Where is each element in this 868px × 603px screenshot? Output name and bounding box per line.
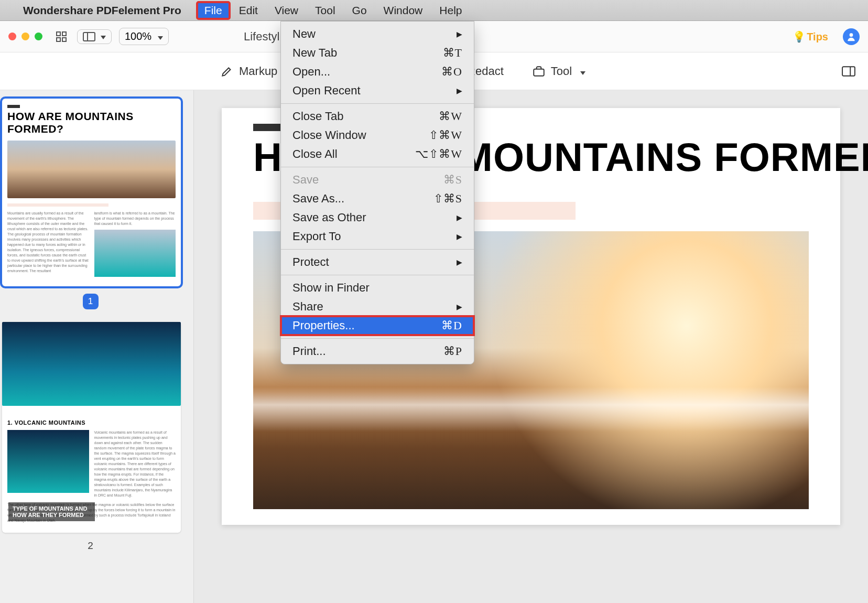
thumbnail-page-2[interactable]: TYPE OF MOUNTAINS AND HOW ARE THEY FORME… <box>2 322 181 533</box>
menu-item-show-in-finder[interactable]: Show in Finder <box>281 278 474 297</box>
menu-item-export-to[interactable]: Export To <box>281 227 474 246</box>
tool-markup[interactable]: Markup <box>220 64 277 78</box>
toolbox-icon <box>532 64 546 78</box>
thumb-image <box>2 322 181 406</box>
menu-item-share[interactable]: Share <box>281 297 474 316</box>
thumbnail-page-1[interactable]: HOW ARE MOUNTAINS FORMED? Mountains are … <box>2 99 181 286</box>
svg-rect-0 <box>57 32 60 36</box>
menu-item-close-all[interactable]: Close All⌥⇧⌘W <box>281 145 474 164</box>
menu-item-open-recent[interactable]: Open Recent <box>281 81 474 100</box>
tool-toolbox[interactable]: Tool <box>532 64 585 78</box>
window-zoom-button[interactable] <box>35 33 42 40</box>
svg-rect-4 <box>83 33 95 41</box>
menubar-item-view[interactable]: View <box>267 2 306 19</box>
page-kicker <box>253 124 285 131</box>
svg-rect-2 <box>57 38 60 41</box>
thumbnail-grid-icon[interactable] <box>55 30 68 43</box>
svg-rect-14 <box>534 69 544 76</box>
menubar-item-help[interactable]: Help <box>432 2 469 19</box>
chevron-down-icon <box>97 32 106 41</box>
zoom-select[interactable]: 100% <box>119 28 169 45</box>
svg-rect-1 <box>62 32 66 36</box>
menubar-item-window[interactable]: Window <box>376 2 430 19</box>
menubar-item-tool[interactable]: Tool <box>308 2 343 19</box>
menu-item-new[interactable]: New <box>281 25 474 44</box>
menubar-item-go[interactable]: Go <box>345 2 374 19</box>
chevron-down-icon <box>577 64 585 78</box>
menu-separator <box>281 249 474 250</box>
menu-item-protect[interactable]: Protect <box>281 253 474 272</box>
page-badge: 1 <box>83 294 99 309</box>
menu-item-print[interactable]: Print...⌘P <box>281 342 474 361</box>
svg-rect-15 <box>842 67 855 76</box>
traffic-lights <box>8 33 42 40</box>
menu-item-save: Save⌘S <box>281 170 474 189</box>
file-menu: New New Tab⌘T Open...⌘O Open Recent Clos… <box>280 21 474 364</box>
tool-label: Markup <box>239 64 277 78</box>
macos-menubar: Wondershare PDFelement Pro File Edit Vie… <box>0 0 868 21</box>
thumb-overlay: TYPE OF MOUNTAINS AND HOW ARE THEY FORME… <box>8 502 95 521</box>
menu-separator <box>281 275 474 275</box>
menubar-item-edit[interactable]: Edit <box>232 2 265 19</box>
menu-item-save-as-other[interactable]: Save as Other <box>281 208 474 227</box>
page-number: 2 <box>0 540 181 552</box>
thumb-image <box>7 430 89 493</box>
thumb-image <box>94 230 176 277</box>
tips-button[interactable]: Tips <box>793 30 828 43</box>
menu-separator <box>281 103 474 104</box>
app-name[interactable]: Wondershare PDFelement Pro <box>23 4 181 17</box>
thumb-heading: 1. VOLCANIC MOUNTAINS <box>7 419 176 426</box>
chevron-down-icon <box>155 30 163 42</box>
thumbnail-panel: HOW ARE MOUNTAINS FORMED? Mountains are … <box>0 90 194 603</box>
menu-item-close-tab[interactable]: Close Tab⌘W <box>281 107 474 126</box>
menu-item-close-window[interactable]: Close Window⇧⌘W <box>281 126 474 145</box>
sidebar-toggle[interactable] <box>77 29 112 44</box>
window-minimize-button[interactable] <box>21 33 29 40</box>
right-panel-toggle[interactable] <box>842 64 855 78</box>
document-title: Lifestyl <box>244 30 279 44</box>
menu-item-save-as[interactable]: Save As...⇧⌘S <box>281 189 474 208</box>
svg-point-6 <box>850 33 853 37</box>
tool-label: Tool <box>551 64 572 78</box>
zoom-value: 100% <box>125 30 151 42</box>
thumb-title: HOW ARE MOUNTAINS FORMED? <box>7 110 176 135</box>
menu-separator <box>281 338 474 339</box>
menu-item-open[interactable]: Open...⌘O <box>281 62 474 81</box>
menu-separator <box>281 167 474 167</box>
account-avatar[interactable] <box>843 28 860 45</box>
thumb-text: Mountains are usually formed as a result… <box>7 211 89 277</box>
svg-rect-3 <box>62 38 66 41</box>
window-close-button[interactable] <box>8 33 16 40</box>
thumb-text: Volcanic mountains are formed as a resul… <box>94 430 176 498</box>
menu-item-properties[interactable]: Properties...⌘D <box>281 316 474 335</box>
thumb-image <box>7 141 176 198</box>
menubar-item-file[interactable]: File <box>197 2 230 19</box>
highlighter-icon <box>220 64 234 78</box>
menu-item-new-tab[interactable]: New Tab⌘T <box>281 44 474 62</box>
